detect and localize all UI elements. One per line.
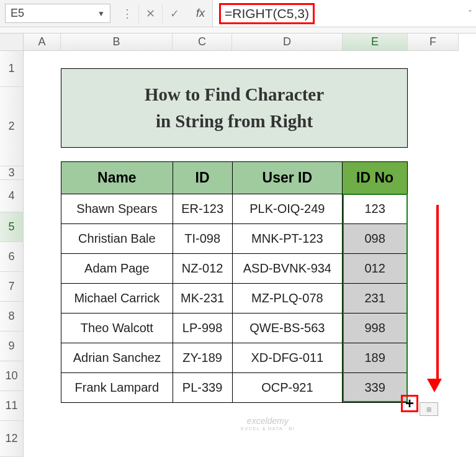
red-arrow-annotation — [433, 205, 442, 392]
fx-label[interactable]: fx — [189, 0, 213, 27]
dropdown-icon[interactable]: ⋮ — [115, 4, 139, 24]
cell-name[interactable]: Christian Bale — [61, 224, 173, 254]
header-idno[interactable]: ID No — [343, 162, 408, 194]
row-header-9[interactable]: 9 — [0, 331, 24, 361]
cell-userid[interactable]: PLK-OIQ-249 — [232, 194, 343, 224]
row-headers: 1 2 3 4 5 6 7 8 9 10 11 12 — [0, 51, 24, 457]
row-header-4[interactable]: 4 — [0, 180, 24, 212]
row-header-8[interactable]: 8 — [0, 302, 24, 331]
header-name[interactable]: Name — [61, 162, 173, 194]
cell-id[interactable]: TI-098 — [173, 224, 232, 254]
row-header-5[interactable]: 5 — [0, 212, 24, 242]
title-cell[interactable]: How to Find Character in String from Rig… — [61, 68, 408, 148]
ruler-strip — [0, 27, 476, 34]
cell-userid[interactable]: OCP-921 — [232, 373, 343, 403]
cell-name[interactable]: Frank Lampard — [61, 373, 173, 403]
table-row: Shawn SpearsER-123PLK-OIQ-249123 — [61, 194, 408, 224]
title-line1: How to Find Character — [145, 81, 324, 109]
cell-userid[interactable]: QWE-BS-563 — [232, 313, 343, 343]
cell-id[interactable]: LP-998 — [173, 313, 232, 343]
row-header-12[interactable]: 12 — [0, 421, 24, 457]
data-table: Name ID User ID ID No Shawn SpearsER-123… — [61, 161, 408, 403]
table-row: Frank LampardPL-339OCP-921339 — [61, 373, 408, 403]
watermark-main: exceldemy — [247, 416, 289, 426]
cell-name[interactable]: Shawn Spears — [61, 194, 173, 224]
col-header-E[interactable]: E — [343, 34, 408, 51]
watermark: exceldemy EXCEL & DATA · BI — [241, 416, 295, 431]
header-id[interactable]: ID — [173, 162, 232, 194]
cell-id[interactable]: MK-231 — [173, 284, 232, 313]
formula-bar-icons: ⋮ ✕ ✓ — [115, 4, 186, 23]
table-row: Christian BaleTI-098MNK-PT-123098 — [61, 224, 408, 254]
column-headers: A B C D E F — [0, 34, 476, 51]
fill-cross-icon: + — [405, 396, 414, 411]
col-header-B[interactable]: B — [61, 34, 173, 51]
col-header-C[interactable]: C — [173, 34, 232, 51]
select-all-corner[interactable] — [0, 34, 24, 51]
row-header-6[interactable]: 6 — [0, 242, 24, 272]
cell-name[interactable]: Michael Carrick — [61, 284, 173, 313]
fill-handle[interactable]: + — [401, 395, 418, 412]
cell-idno[interactable]: 012 — [343, 254, 408, 284]
cell-userid[interactable]: ASD-BVNK-934 — [232, 254, 343, 284]
cell-userid[interactable]: XD-DFG-011 — [232, 343, 343, 373]
formula-input[interactable]: =RIGHT(C5,3) ˅ — [213, 0, 476, 27]
cell-idno[interactable]: 098 — [343, 224, 408, 254]
cell-id[interactable]: ER-123 — [173, 194, 232, 224]
formula-text: =RIGHT(C5,3) — [219, 3, 315, 24]
cell-name[interactable]: Theo Walcott — [61, 313, 173, 343]
col-header-A[interactable]: A — [24, 34, 61, 51]
row-header-2[interactable]: 2 — [0, 87, 24, 166]
header-userid[interactable]: User ID — [232, 162, 343, 194]
cell-idno[interactable]: 339 — [343, 373, 408, 403]
cell-name[interactable]: Adrian Sanchez — [61, 343, 173, 373]
table-row: Michael CarrickMK-231MZ-PLQ-078231 — [61, 284, 408, 313]
table-header-row: Name ID User ID ID No — [61, 162, 408, 194]
cell-id[interactable]: NZ-012 — [173, 254, 232, 284]
table-row: Adrian SanchezZY-189XD-DFG-011189 — [61, 343, 408, 373]
cell-userid[interactable]: MZ-PLQ-078 — [232, 284, 343, 313]
cell-id[interactable]: PL-339 — [173, 373, 232, 403]
cell-idno[interactable]: 189 — [343, 343, 408, 373]
row-header-1[interactable]: 1 — [0, 51, 24, 87]
title-line2: in String from Right — [156, 108, 313, 135]
name-box[interactable]: E5 ▼ — [5, 4, 110, 23]
watermark-sub: EXCEL & DATA · BI — [241, 426, 295, 431]
table-row: Adam PageNZ-012ASD-BVNK-934012 — [61, 254, 408, 284]
name-box-value: E5 — [11, 7, 24, 20]
row-header-3[interactable]: 3 — [0, 166, 24, 180]
cell-id[interactable]: ZY-189 — [173, 343, 232, 373]
cancel-icon[interactable]: ✕ — [139, 4, 163, 24]
row-header-7[interactable]: 7 — [0, 272, 24, 302]
cell-idno[interactable]: 998 — [343, 313, 408, 343]
table-row: Theo WalcottLP-998QWE-BS-563998 — [61, 313, 408, 343]
col-header-D[interactable]: D — [232, 34, 343, 51]
cell-name[interactable]: Adam Page — [61, 254, 173, 284]
col-header-F[interactable]: F — [408, 34, 459, 51]
expand-icon[interactable]: ˅ — [468, 9, 472, 19]
row-header-11[interactable]: 11 — [0, 391, 24, 421]
chevron-down-icon[interactable]: ▼ — [97, 9, 105, 18]
cell-userid[interactable]: MNK-PT-123 — [232, 224, 343, 254]
row-header-10[interactable]: 10 — [0, 361, 24, 391]
autofill-options-button[interactable]: ⊞ — [420, 402, 438, 416]
cell-idno[interactable]: 123 — [343, 194, 408, 224]
formula-bar: E5 ▼ ⋮ ✕ ✓ fx =RIGHT(C5,3) ˅ — [0, 0, 476, 27]
confirm-icon[interactable]: ✓ — [163, 4, 186, 24]
cell-idno[interactable]: 231 — [343, 284, 408, 313]
